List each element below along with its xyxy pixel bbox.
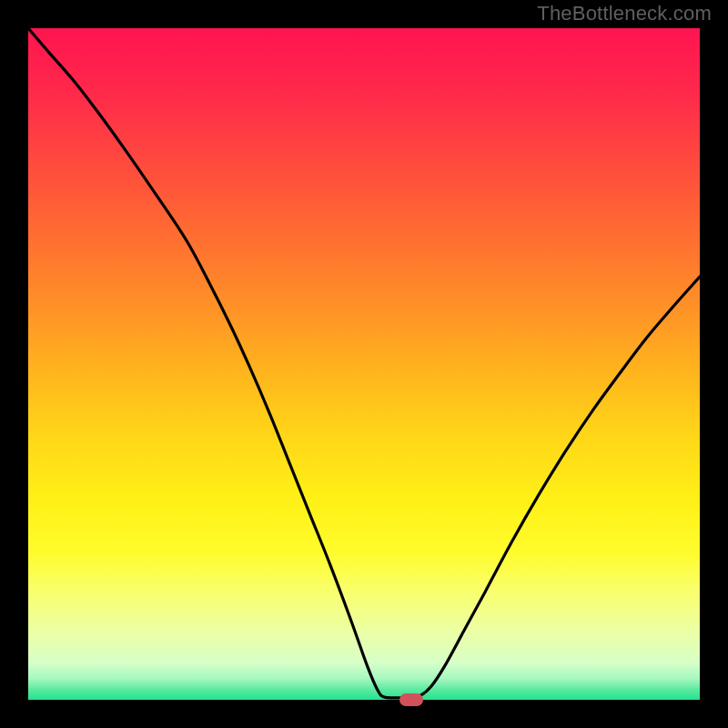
chart-frame: TheBottleneck.com xyxy=(0,0,728,728)
bottleneck-curve xyxy=(28,28,700,700)
optimal-point-marker xyxy=(399,693,423,706)
attribution-label: TheBottleneck.com xyxy=(537,2,712,25)
plot-area xyxy=(28,28,700,700)
